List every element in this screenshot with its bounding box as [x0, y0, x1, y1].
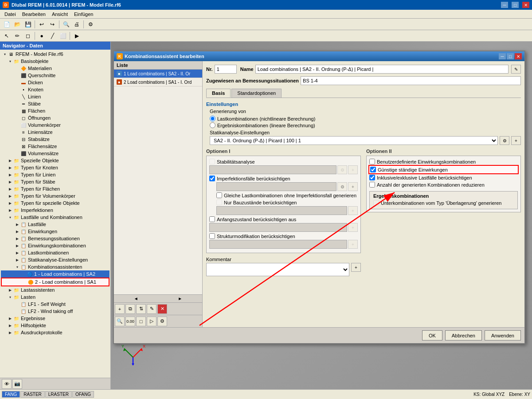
new-btn[interactable]: 📄: [2, 20, 12, 29]
name-input[interactable]: [255, 65, 509, 74]
nav-lastkombinationen[interactable]: ▶ 📋 Lastkombinationen: [1, 249, 110, 256]
draw-btn[interactable]: ✏: [12, 31, 22, 41]
nav-ergebnisse[interactable]: ▶ 📁 Ergebnisse: [1, 315, 110, 322]
nav-imperfektionen[interactable]: ▶ 📁 Imperfektionen: [1, 207, 110, 214]
nav-arrow-la[interactable]: ▶: [7, 287, 13, 293]
nav-arrow-tsp[interactable]: ▶: [7, 200, 13, 206]
nav-materialien[interactable]: 🔶 Materialien: [1, 65, 110, 72]
nav-rfem[interactable]: ▾ 🖥 RFEM - Model File.rf6: [1, 51, 110, 58]
list-settings-btn[interactable]: ⚙: [157, 317, 167, 326]
menu-ansicht[interactable]: Ansicht: [49, 11, 70, 18]
status-ofang[interactable]: OFANG: [72, 391, 94, 398]
nav-linien[interactable]: ╲ Linien: [1, 93, 110, 100]
nav-arrow-hil[interactable]: ▶: [7, 322, 13, 329]
minimize-btn[interactable]: ─: [501, 2, 508, 8]
nav-lastassistenten[interactable]: ▶ 📁 Lastassistenten: [1, 286, 110, 293]
imperf-btn1[interactable]: ⚙: [337, 182, 347, 191]
dialog-list-item-2[interactable]: ■ 2 Load combinations | SA1 - I. Ord: [114, 78, 202, 86]
nav-staebe[interactable]: ━ Stäbe: [1, 100, 110, 107]
status-lraster[interactable]: LRASTER: [45, 391, 72, 398]
dialog-close-btn[interactable]: ✕: [515, 53, 522, 59]
tab-basis[interactable]: Basis: [206, 89, 231, 98]
nav-arrow-ek[interactable]: ▶: [14, 243, 20, 249]
name-edit-btn[interactable]: ✎: [511, 65, 521, 74]
select-btn[interactable]: ◻: [23, 31, 33, 41]
nav-flaechen[interactable]: ▩ Flächen: [1, 107, 110, 114]
list-scroll-left[interactable]: ◄: [114, 295, 158, 302]
nav-volumensaetze[interactable]: ⬛ Volumensätze: [1, 150, 110, 157]
list-tri-btn[interactable]: ▷: [147, 317, 156, 326]
imperf-btn2[interactable]: +: [348, 182, 358, 191]
nav-oeffnungen[interactable]: ◻ Öffnungen: [1, 114, 110, 121]
nav-typen-linien[interactable]: ▶ 📁 Typen für Linien: [1, 171, 110, 178]
settings-btn[interactable]: ⚙: [86, 20, 95, 29]
nav-komb1[interactable]: 🔵 1 - Load combinations | SA2: [1, 270, 110, 278]
nav-lastfaelle-komb[interactable]: ▾ 📁 Lastfälle und Kombinationen: [1, 214, 110, 221]
redo-btn[interactable]: ↪: [47, 20, 57, 29]
dialog-minimize-btn[interactable]: ─: [499, 53, 506, 59]
abbrechen-button[interactable]: Abbrechen: [445, 330, 482, 340]
undo-btn[interactable]: ↩: [37, 20, 47, 29]
dialog-maximize-btn[interactable]: □: [507, 53, 514, 59]
list-add-btn[interactable]: +: [115, 304, 125, 314]
menu-datei[interactable]: Datei: [2, 11, 19, 18]
statikanalyse-select[interactable]: SA2 - II. Ordnung (P-Δ) | Picard | 100 |…: [210, 136, 498, 145]
nav-einwirkungen[interactable]: ▶ 📋 Einwirkungen: [1, 228, 110, 235]
print-btn[interactable]: 🖨: [72, 20, 82, 29]
anfang-checkbox[interactable]: [209, 216, 215, 222]
nav-einwirkungskomb[interactable]: ▶ 📋 Einwirkungskombinationen: [1, 242, 110, 249]
line-btn[interactable]: ╱: [47, 31, 57, 41]
nav-basisobj[interactable]: ▾ 📁 Basisobjekte: [1, 58, 110, 65]
nav-arrow-tf[interactable]: ▶: [7, 186, 13, 192]
nav-typen-flaechen[interactable]: ▶ 📁 Typen für Flächen: [1, 185, 110, 192]
open-btn[interactable]: 📂: [12, 20, 22, 29]
nav-lasten[interactable]: ▾ 📁 Lasten: [1, 293, 110, 301]
gleiche-checkbox[interactable]: [216, 192, 222, 198]
nav-komb-assistenten[interactable]: ▾ 📋 Kombinationsassistenten: [1, 263, 110, 270]
list-edit-btn[interactable]: ✎: [147, 304, 156, 314]
nav-typen-volumen[interactable]: ▶ 📁 Typen für Volumenkörper: [1, 192, 110, 200]
list-zero-btn[interactable]: 0.00: [125, 317, 135, 326]
nav-arrow-basisobj[interactable]: ▾: [7, 58, 13, 64]
nav-arrow-ew[interactable]: ▶: [14, 228, 20, 235]
nav-arrow-spez[interactable]: ▶: [7, 157, 13, 164]
list-sort-btn[interactable]: ⇅: [136, 304, 146, 314]
benutzerd-checkbox[interactable]: [369, 159, 375, 164]
anzahl-checkbox[interactable]: [369, 182, 375, 188]
unterkomb-checkbox[interactable]: [373, 200, 379, 206]
nav-arrow-las[interactable]: ▶: [14, 250, 20, 256]
nav-arrow-tl[interactable]: ▶: [7, 172, 13, 178]
nav-liniensaetze[interactable]: ≡ Liniensätze: [1, 129, 110, 136]
nav-typen-staebe[interactable]: ▶ 📁 Typen für Stäbe: [1, 178, 110, 185]
anwenden-button[interactable]: Anwenden: [485, 330, 521, 340]
nav-flaechensaetze[interactable]: ⊠ Flächensätze: [1, 143, 110, 150]
nav-bemessungssit[interactable]: ▶ 📋 Bemessungssituationen: [1, 235, 110, 242]
nav-komb2[interactable]: 🟠 2 - Load combinations | SA1: [1, 278, 110, 286]
nav-arrow-lk[interactable]: ▾: [7, 214, 13, 220]
nav-arrow-ts[interactable]: ▶: [7, 179, 13, 185]
nav-typen-knoten[interactable]: ▶ 📁 Typen für Knoten: [1, 164, 110, 171]
status-fang[interactable]: FANG: [2, 391, 20, 398]
run-btn[interactable]: ▶: [72, 31, 82, 41]
nav-arrow-imp[interactable]: ▶: [7, 207, 13, 213]
nav-arrow-lst[interactable]: ▾: [7, 294, 13, 300]
cursor-btn[interactable]: ↖: [2, 31, 12, 41]
nav-volumen[interactable]: ⬜ Volumenkörper: [1, 121, 110, 129]
face-btn[interactable]: ⬜: [58, 31, 68, 41]
nav-ausdrucksprotokolle[interactable]: ▶ 📁 Ausdruckprotokolle: [1, 329, 110, 336]
struktmod-checkbox[interactable]: [209, 233, 215, 239]
stab-checkbox[interactable]: [209, 159, 215, 164]
nav-arrow-erg[interactable]: ▶: [7, 315, 13, 321]
nav-add-btn[interactable]: 👁: [2, 379, 12, 389]
nav-camera-btn[interactable]: 📷: [12, 379, 22, 389]
save-btn[interactable]: 💾: [23, 20, 33, 29]
nav-arrow-lf[interactable]: ▶: [14, 221, 20, 227]
nav-arrow-tk[interactable]: ▶: [7, 164, 13, 171]
nav-arrow-tv[interactable]: ▶: [7, 193, 13, 199]
nav-arrow-rfem[interactable]: ▾: [2, 51, 8, 57]
zoom-btn[interactable]: 🔍: [61, 20, 71, 29]
nav-arrow-ka[interactable]: ▾: [14, 264, 20, 270]
nav-hilfsobjekte[interactable]: ▶ 📁 Hilfsobjekte: [1, 322, 110, 329]
nav-spezielle[interactable]: ▶ 📁 Spezielle Objekte: [1, 157, 110, 164]
nav-stabsaetze[interactable]: ⊟ Stabsätze: [1, 136, 110, 143]
